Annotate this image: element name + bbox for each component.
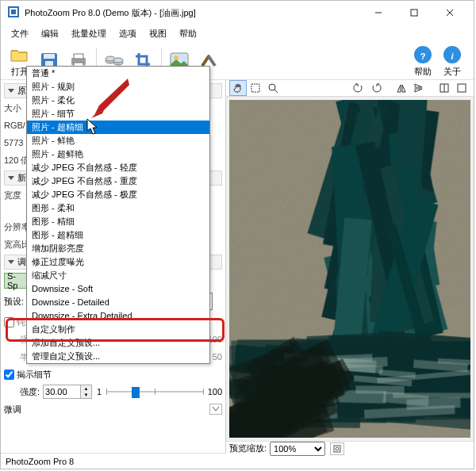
preset-option[interactable]: 照片 - 柔化 <box>27 94 209 107</box>
preset-option[interactable]: 修正过度曝光 <box>27 255 209 269</box>
svg-point-30 <box>336 447 339 450</box>
preset-option[interactable]: 自定义制作 <box>27 323 209 336</box>
svg-point-24 <box>269 84 275 90</box>
menu-options[interactable]: 选项 <box>113 26 142 41</box>
window-title: PhotoZoom Pro 8.0 (Demo 版本) - [油画.jpg] <box>25 7 360 19</box>
preset-option[interactable]: Downsize - Soft <box>27 282 209 296</box>
svg-line-25 <box>274 90 278 93</box>
status-text: PhotoZoom Pro 8 <box>6 457 74 466</box>
preset-option[interactable]: 照片 - 规则 <box>27 80 209 94</box>
preset-dropdown-list[interactable]: 普通 *照片 - 规则照片 - 柔化照片 - 细节照片 - 超精细照片 - 鲜艳… <box>26 66 210 364</box>
svg-rect-29 <box>334 446 340 452</box>
svg-text:?: ? <box>420 52 426 61</box>
menu-help[interactable]: 帮助 <box>174 26 202 41</box>
menu-view[interactable]: 视图 <box>144 26 172 41</box>
preset-option[interactable]: 图形 - 超精细 <box>27 228 209 242</box>
strength-slider-2[interactable] <box>106 385 203 399</box>
menu-batch[interactable]: 批量处理 <box>66 26 112 41</box>
preset-option[interactable]: 缩减尺寸 <box>27 269 209 282</box>
preset-option[interactable]: 照片 - 超精细 <box>27 121 209 134</box>
preset-option[interactable]: 图形 - 柔和 <box>27 201 209 215</box>
preset-option[interactable]: 减少 JPEG 不自然感 - 重度 <box>27 174 209 188</box>
maximize-button[interactable] <box>396 2 432 24</box>
svg-rect-11 <box>74 54 83 59</box>
preset-option[interactable]: 增加阴影亮度 <box>27 242 209 255</box>
svg-rect-2 <box>11 10 16 14</box>
fit-button[interactable] <box>330 442 344 455</box>
strength-spinner[interactable]: ▲▼ <box>43 385 92 399</box>
preset-option[interactable]: 普通 * <box>27 67 209 80</box>
about-button[interactable]: i 关于 <box>438 44 466 78</box>
preset-option[interactable]: 管理自定义预设... <box>27 350 209 363</box>
single-view-button[interactable] <box>453 80 470 96</box>
rgb-label: RGB/ <box>4 121 25 130</box>
svg-rect-23 <box>251 84 259 92</box>
s-spline-label[interactable]: S-Sp <box>7 271 26 290</box>
info-icon: i <box>441 44 463 65</box>
right-panel: 预览缩放: 100% <box>226 80 474 453</box>
titlebar: PhotoZoom Pro 8.0 (Demo 版本) - [油画.jpg] <box>1 1 474 25</box>
fine-tune-label: 微调 <box>4 404 21 415</box>
menu-edit[interactable]: 编辑 <box>36 26 64 41</box>
close-button[interactable] <box>432 2 467 24</box>
size-label: 大小 <box>4 102 21 114</box>
app-icon <box>7 6 20 20</box>
window: PhotoZoom Pro 8.0 (Demo 版本) - [油画.jpg] 文… <box>0 0 474 469</box>
marquee-tool-button[interactable] <box>247 80 264 96</box>
flip-v-button[interactable] <box>410 80 428 96</box>
zoom-tool-button[interactable] <box>264 80 282 96</box>
preset-option[interactable]: 照片 - 细节 <box>27 107 209 121</box>
rotate-left-button[interactable] <box>350 80 367 96</box>
zoom-label: 预览缩放: <box>229 442 267 454</box>
menu-file[interactable]: 文件 <box>6 26 34 41</box>
hand-tool-button[interactable] <box>229 80 247 96</box>
preset-option[interactable]: 添加自定义预设... <box>27 336 209 350</box>
preset-option[interactable]: 照片 - 超鲜艳 <box>27 147 209 161</box>
rotate-right-button[interactable] <box>367 80 385 96</box>
svg-point-16 <box>113 58 123 63</box>
help-button[interactable]: ? 帮助 <box>409 44 437 78</box>
preset-option[interactable]: 照片 - 鲜艳 <box>27 134 209 147</box>
folder-open-icon <box>9 44 31 65</box>
minimize-button[interactable] <box>360 2 396 24</box>
zoom-select[interactable]: 100% <box>270 442 325 456</box>
split-view-button[interactable] <box>436 80 453 96</box>
flip-h-button[interactable] <box>393 80 410 96</box>
preset-option[interactable]: Downsize - Detailed <box>27 296 209 309</box>
svg-rect-28 <box>458 84 466 92</box>
preset-label: 预设: <box>4 296 24 308</box>
collapse-icon[interactable] <box>209 404 222 415</box>
preset-option[interactable]: 减少 JPEG 不自然感 - 轻度 <box>27 161 209 174</box>
help-icon: ? <box>412 44 434 65</box>
preview-canvas[interactable] <box>229 100 470 438</box>
checkbox-reveal[interactable]: 揭示细节 <box>4 369 52 381</box>
val1: 5773 <box>4 138 23 147</box>
preset-option[interactable]: 图形 - 精细 <box>27 215 209 228</box>
svg-rect-4 <box>411 10 417 16</box>
preset-option[interactable]: Downsize - Extra Detailed <box>27 309 209 323</box>
preview-toolbar <box>226 80 474 97</box>
menubar: 文件 编辑 批量处理 选项 视图 帮助 <box>1 25 474 42</box>
preset-option[interactable]: 减少 JPEG 不自然感 - 极度 <box>27 188 209 201</box>
svg-rect-8 <box>44 54 55 59</box>
